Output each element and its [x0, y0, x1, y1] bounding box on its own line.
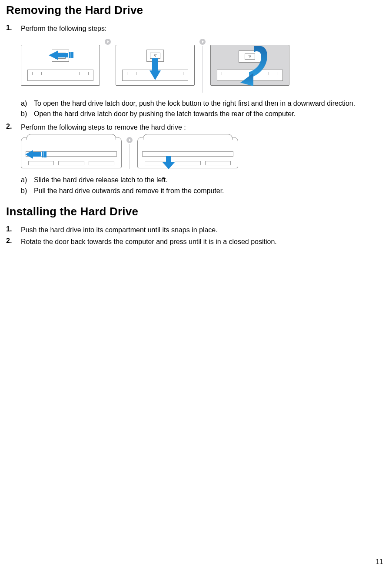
substep-letter: a)	[21, 175, 30, 185]
svg-marker-0	[49, 50, 68, 60]
install-step-1: 1. Push the hard drive into its compartm…	[6, 225, 385, 235]
play-bullet-icon	[126, 137, 133, 143]
figure-latch-push-down: ▽	[116, 45, 195, 86]
step-text: Rotate the door back towards the compute…	[21, 237, 385, 247]
step-text: Perform the following steps to remove th…	[21, 123, 385, 132]
document-page: Removing the Hard Drive 1. Perform the f…	[0, 0, 392, 572]
svg-rect-8	[43, 151, 45, 157]
svg-marker-6	[25, 150, 41, 159]
arrow-left-small-icon	[25, 150, 47, 159]
svg-rect-2	[70, 52, 72, 58]
figure-row-1: ▽	[21, 38, 385, 93]
figure-row-2	[21, 136, 385, 169]
substep-text: To open the hard drive latch door, push …	[34, 99, 355, 108]
sequence-separator	[104, 38, 111, 93]
figure-latch-push-right: ▽	[21, 45, 100, 86]
svg-rect-3	[72, 52, 73, 58]
step-1: 1. Perform the following steps: ▽	[6, 24, 385, 120]
section-heading-removing: Removing the Hard Drive	[6, 3, 385, 17]
section-heading-installing: Installing the Hard Drive	[6, 205, 385, 218]
sequence-separator	[126, 136, 133, 169]
install-step-2: 2. Rotate the door back towards the comp…	[6, 237, 385, 247]
step-number: 1.	[6, 225, 15, 235]
figure-slide-latch-left	[21, 137, 122, 168]
substep-a: a) Slide the hard drive release latch to…	[21, 175, 385, 185]
substep-letter: b)	[21, 186, 30, 196]
arrow-out-down-icon	[163, 156, 175, 169]
bottom-panel	[27, 70, 93, 81]
svg-rect-7	[42, 151, 43, 157]
arrow-down-icon	[149, 58, 161, 80]
arrow-rotate-icon	[239, 43, 269, 86]
substep-b: b) Open the hard drive latch door by pus…	[21, 109, 385, 119]
svg-marker-10	[163, 156, 175, 169]
figure-pull-drive-out	[137, 137, 238, 168]
play-bullet-icon	[199, 39, 206, 45]
step-body: Perform the following steps to remove th…	[21, 123, 385, 197]
substeps-1: a) To open the hard drive latch door, pu…	[21, 99, 385, 119]
figure-door-open: ▽	[210, 45, 289, 86]
page-number: 11	[375, 558, 383, 566]
step-text: Perform the following steps:	[21, 24, 385, 33]
svg-marker-4	[149, 58, 161, 80]
svg-marker-5	[240, 73, 253, 86]
step-text: Push the hard drive into its compartment…	[21, 225, 385, 235]
svg-rect-1	[69, 52, 70, 58]
step-2: 2. Perform the following steps to remove…	[6, 123, 385, 197]
substep-b: b) Pull the hard drive outwards and remo…	[21, 186, 385, 196]
substep-a: a) To open the hard drive latch door, pu…	[21, 99, 385, 108]
ordered-list-installing: 1. Push the hard drive into its compartm…	[6, 225, 385, 247]
step-number: 2.	[6, 123, 15, 197]
svg-rect-9	[45, 151, 47, 157]
lock-button-icon: ▽	[150, 53, 160, 59]
substep-text: Pull the hard drive outwards and remove …	[34, 186, 224, 196]
step-body: Perform the following steps: ▽	[21, 24, 385, 120]
ordered-list-removing: 1. Perform the following steps: ▽	[6, 24, 385, 197]
sequence-separator	[199, 38, 206, 93]
substeps-2: a) Slide the hard drive release latch to…	[21, 175, 385, 195]
substep-letter: a)	[21, 99, 30, 108]
step-number: 1.	[6, 24, 15, 120]
play-bullet-icon	[105, 39, 111, 45]
substep-text: Slide the hard drive release latch to th…	[34, 175, 168, 185]
step-number: 2.	[6, 237, 15, 247]
substep-text: Open the hard drive latch door by pushin…	[34, 109, 296, 119]
arrow-left-icon	[49, 50, 75, 60]
substep-letter: b)	[21, 109, 30, 119]
